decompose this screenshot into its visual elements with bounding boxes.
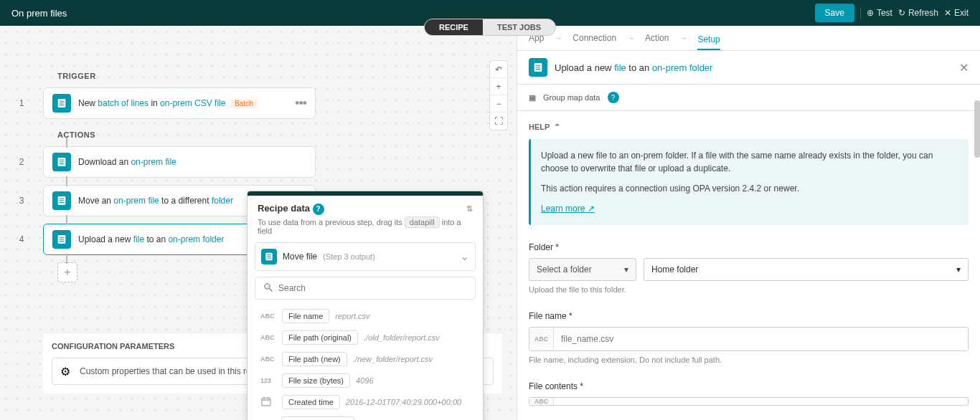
crumb-action[interactable]: Action — [645, 33, 669, 43]
text: to an — [144, 234, 168, 244]
svg-rect-5 — [60, 160, 65, 161]
learn-more-link[interactable]: Learn more ↗ — [541, 204, 595, 214]
file-icon — [52, 230, 71, 249]
text: Upload a new — [555, 62, 614, 73]
text: To use data from a previous step, drag i… — [258, 218, 405, 226]
popup-subtitle: To use data from a previous step, drag i… — [258, 218, 473, 235]
undo-button[interactable]: ↶ — [490, 61, 507, 78]
datapill-file-size[interactable]: File size (bytes) — [282, 373, 350, 388]
crumb-connection[interactable]: Connection — [573, 33, 616, 43]
folder-label: Folder * — [529, 242, 969, 252]
datapill-modified-time[interactable]: Last modified time — [281, 416, 355, 421]
config-text: Custom properties that can be used in th… — [80, 366, 267, 376]
search-icon: 🔍︎ — [263, 282, 274, 295]
add-step-button[interactable]: + — [57, 262, 77, 282]
arrow-icon: → — [679, 33, 687, 43]
output-group[interactable]: Move file (Step 3 output) ⌄ — [255, 242, 476, 271]
trigger-row: 1 New batch of lines in on-prem CSV file… — [0, 87, 517, 119]
link: file — [614, 62, 626, 73]
arrow-icon: → — [554, 33, 562, 43]
svg-rect-10 — [60, 200, 65, 201]
group-map-label[interactable]: Group map data — [543, 93, 600, 102]
link: batch of lines — [98, 98, 149, 108]
link: on-prem file — [131, 157, 176, 167]
file-icon — [261, 249, 277, 264]
trigger-card[interactable]: New batch of lines in on-prem CSV file B… — [43, 87, 316, 119]
actions-section-label: ACTIONS — [57, 130, 517, 139]
topbar-actions: Save ⊕ Test ↻ Refresh ✕ Exit — [815, 4, 969, 22]
datapill-file-path-new[interactable]: File path (new) — [282, 352, 347, 366]
recipe-title: On prem files — [11, 8, 67, 19]
datapill-file-name[interactable]: File name — [282, 309, 329, 323]
refresh-button[interactable]: ↻ Refresh — [898, 8, 938, 18]
divider — [860, 7, 861, 19]
link: folder — [212, 196, 233, 206]
filename-field[interactable]: ABC — [529, 327, 969, 351]
file-contents-field[interactable]: ABC — [529, 397, 969, 406]
test-button[interactable]: ⊕ Test — [867, 8, 892, 18]
help-icon[interactable]: ? — [313, 204, 324, 215]
connector — [66, 254, 67, 264]
recipe-canvas: ↶ + − ⛶ TRIGGER 1 New batch of lines in … — [0, 26, 517, 420]
select-text: Select a folder — [537, 264, 592, 275]
text: to an — [626, 62, 652, 73]
value-text: Home folder — [651, 264, 698, 275]
help-text-1: Upload a new file to an on-prem folder. … — [541, 149, 958, 175]
scrollbar[interactable] — [974, 100, 980, 158]
close-icon[interactable]: ✕ — [959, 61, 969, 75]
svg-rect-7 — [60, 163, 65, 164]
link: on-prem CSV file — [160, 98, 225, 108]
svg-rect-3 — [60, 105, 65, 105]
folder-value-select[interactable]: Home folder ▾ — [644, 258, 969, 281]
search-input[interactable] — [278, 283, 468, 293]
step-card-download[interactable]: Download an on-prem file — [43, 146, 316, 178]
test-label: Test — [877, 8, 892, 18]
svg-rect-6 — [60, 161, 65, 162]
type-prefix: ABC — [529, 328, 554, 350]
more-icon[interactable]: ••• — [295, 96, 306, 111]
filename-hint: File name, including extension. Do not i… — [529, 355, 969, 364]
pill-row: ABC File path (new) ./new_folder/report.… — [255, 348, 476, 370]
chevron-down-icon: ⌄ — [460, 249, 469, 263]
action-header: Upload a new file to an on-prem folder ✕ — [517, 51, 980, 85]
crumb-setup[interactable]: Setup — [697, 34, 720, 50]
datapill-search[interactable]: 🔍︎ — [255, 277, 476, 300]
svg-rect-11 — [60, 202, 65, 203]
pill-row: Last modified time 2016-12-01T07:40:29.0… — [255, 413, 476, 421]
help-icon[interactable]: ? — [608, 92, 619, 103]
datapill-created-time[interactable]: Created time — [282, 395, 340, 409]
tab-recipe[interactable]: RECIPE — [425, 19, 483, 35]
help-toggle[interactable]: HELP ⌃ — [529, 123, 969, 132]
folder-hint: Upload the file to this folder. — [529, 285, 969, 294]
arrow-icon: → — [626, 33, 635, 43]
expand-icon[interactable]: ⇅ — [466, 204, 473, 214]
save-button[interactable]: Save — [815, 4, 854, 22]
text: Download an — [78, 157, 131, 167]
datapill-file-path-original[interactable]: File path (original) — [282, 330, 358, 345]
sample-value: 2016-12-01T07:40:29.000+00:00 — [346, 398, 461, 406]
tab-test-jobs[interactable]: TEST JOBS — [483, 19, 555, 35]
gear-icon: ⚙ — [58, 364, 72, 378]
folder-mode-select[interactable]: Select a folder ▾ — [529, 258, 636, 281]
breadcrumb: App → Connection → Action → Setup — [517, 26, 980, 51]
exit-button[interactable]: ✕ Exit — [944, 8, 969, 18]
panel-body: HELP ⌃ Upload a new file to an on-prem f… — [517, 111, 980, 420]
step-number: 4 — [0, 234, 43, 244]
type-badge: ABC — [260, 334, 276, 341]
group-title: Move file — [283, 252, 317, 262]
action-title: Upload a new file to an on-prem folder — [555, 62, 952, 73]
group-sub: (Step 3 output) — [323, 252, 375, 261]
sample-value: ./new_folder/report.csv — [353, 355, 433, 363]
type-badge: ABC — [260, 312, 276, 320]
batch-badge: Batch — [230, 99, 258, 108]
text: in — [149, 98, 160, 108]
trigger-text: New batch of lines in on-prem CSV file B… — [78, 98, 288, 108]
filename-label: File name * — [529, 311, 969, 321]
main: ↶ + − ⛶ TRIGGER 1 New batch of lines in … — [0, 26, 980, 420]
learn-more-label: Learn more — [541, 204, 585, 214]
file-icon — [52, 153, 71, 171]
link: file — [133, 234, 144, 244]
calendar-icon — [260, 396, 276, 409]
chevron-down-icon: ▾ — [624, 264, 628, 275]
filename-input[interactable] — [554, 328, 968, 350]
